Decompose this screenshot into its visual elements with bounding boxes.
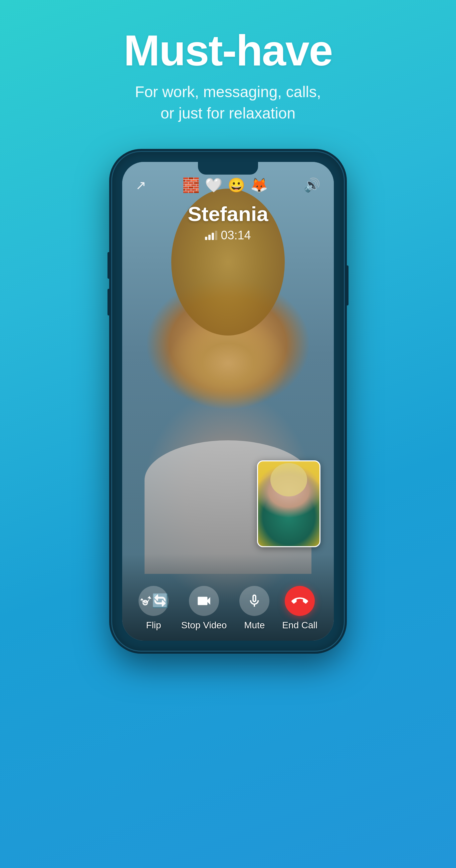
mute-label: Mute: [244, 620, 265, 631]
phone-mockup: ↗ 🧱 🤍 😀 🦊 🔊 Stefania: [101, 151, 355, 672]
volume-up-button: [108, 252, 110, 279]
call-duration-row: 03:14: [122, 228, 334, 242]
end-call-control[interactable]: End Call: [282, 586, 317, 631]
subtitle: For work, messaging, calls, or just for …: [124, 81, 333, 124]
signal-bar-4: [215, 231, 217, 240]
stop-video-control[interactable]: Stop Video: [181, 586, 227, 631]
emoji-fox[interactable]: 🦊: [250, 177, 268, 193]
phone-shell: ↗ 🧱 🤍 😀 🦊 🔊 Stefania: [111, 151, 345, 652]
power-button: [346, 266, 348, 306]
signal-bar-2: [208, 235, 211, 240]
flip-label: Flip: [146, 620, 161, 631]
signal-strength-icon: [205, 231, 217, 240]
caller-info: Stefania 03:14: [122, 202, 334, 242]
emoji-heart[interactable]: 🤍: [205, 177, 222, 193]
self-hair-visual: [270, 463, 307, 496]
end-call-button[interactable]: [285, 586, 315, 616]
mute-button[interactable]: [239, 586, 269, 616]
stop-video-button[interactable]: [189, 586, 219, 616]
flip-icon-glyph: 🔄: [152, 593, 169, 609]
page-title: Must-have: [124, 27, 333, 74]
self-view-pip[interactable]: [257, 460, 321, 547]
signal-bar-3: [212, 233, 214, 240]
flip-camera-control[interactable]: 🔄 Flip: [139, 586, 169, 631]
phone-notch: [198, 162, 258, 175]
stop-video-label: Stop Video: [181, 620, 227, 631]
controls-row: 🔄 Flip Stop Video: [122, 586, 334, 631]
reaction-emojis: 🧱 🤍 😀 🦊: [182, 177, 268, 193]
video-icon: [195, 593, 212, 609]
call-timer: 03:14: [221, 228, 251, 242]
speaker-icon[interactable]: 🔊: [304, 177, 321, 193]
flip-camera-button[interactable]: 🔄: [139, 586, 169, 616]
minimize-icon[interactable]: ↗: [135, 178, 146, 193]
signal-bar-1: [205, 237, 207, 240]
flip-camera-icon: [139, 593, 152, 609]
emoji-brick[interactable]: 🧱: [182, 177, 200, 193]
header-section: Must-have For work, messaging, calls, or…: [124, 0, 333, 144]
controls-bar: 🔄 Flip Stop Video: [122, 554, 334, 641]
end-call-label: End Call: [282, 620, 317, 631]
emoji-smile[interactable]: 😀: [228, 177, 245, 193]
phone-end-icon: [292, 593, 308, 609]
phone-screen: ↗ 🧱 🤍 😀 🦊 🔊 Stefania: [122, 162, 334, 641]
mute-control[interactable]: Mute: [239, 586, 269, 631]
volume-down-button: [108, 289, 110, 315]
microphone-icon: [247, 593, 262, 609]
caller-name: Stefania: [122, 202, 334, 226]
